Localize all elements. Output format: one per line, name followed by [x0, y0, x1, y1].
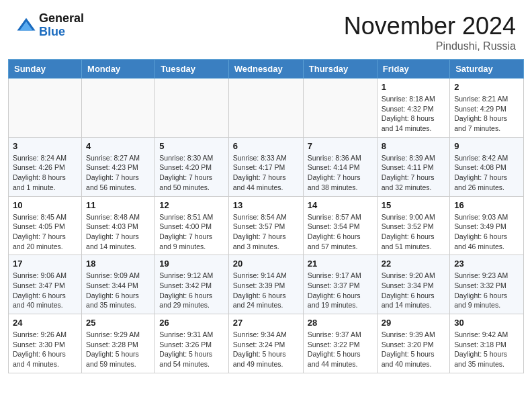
day-info: Sunrise: 8:51 AM Sunset: 4:00 PM Dayligh… — [159, 212, 224, 252]
calendar-cell — [155, 79, 228, 138]
calendar-cell: 8Sunrise: 8:39 AM Sunset: 4:11 PM Daylig… — [377, 137, 449, 196]
header-saturday: Saturday — [450, 60, 524, 79]
day-number: 30 — [454, 318, 519, 328]
logo-blue: Blue — [39, 26, 84, 39]
day-info: Sunrise: 9:17 AM Sunset: 3:37 PM Dayligh… — [308, 271, 373, 310]
calendar-cell — [228, 79, 303, 138]
logo: General Blue — [16, 12, 84, 39]
day-number: 13 — [233, 200, 299, 210]
calendar-cell: 30Sunrise: 9:42 AM Sunset: 3:18 PM Dayli… — [450, 314, 524, 373]
calendar-cell: 20Sunrise: 9:14 AM Sunset: 3:39 PM Dayli… — [228, 255, 303, 314]
header-thursday: Thursday — [303, 60, 377, 79]
month-title: November 2024 — [344, 12, 516, 40]
day-number: 4 — [86, 141, 150, 151]
day-info: Sunrise: 8:45 AM Sunset: 4:05 PM Dayligh… — [13, 212, 77, 252]
day-number: 19 — [159, 259, 224, 269]
calendar-cell: 9Sunrise: 8:42 AM Sunset: 4:08 PM Daylig… — [450, 137, 524, 196]
day-number: 9 — [454, 141, 519, 151]
day-info: Sunrise: 8:21 AM Sunset: 4:29 PM Dayligh… — [454, 94, 519, 134]
day-info: Sunrise: 9:29 AM Sunset: 3:28 PM Dayligh… — [86, 330, 150, 369]
day-info: Sunrise: 8:27 AM Sunset: 4:23 PM Dayligh… — [86, 153, 150, 193]
calendar-cell: 25Sunrise: 9:29 AM Sunset: 3:28 PM Dayli… — [82, 314, 155, 373]
calendar-week-2: 3Sunrise: 8:24 AM Sunset: 4:26 PM Daylig… — [9, 137, 524, 196]
day-info: Sunrise: 9:00 AM Sunset: 3:52 PM Dayligh… — [382, 212, 445, 252]
day-info: Sunrise: 9:42 AM Sunset: 3:18 PM Dayligh… — [454, 330, 519, 369]
logo-general: General — [39, 12, 84, 26]
day-info: Sunrise: 8:39 AM Sunset: 4:11 PM Dayligh… — [382, 153, 445, 193]
day-info: Sunrise: 8:30 AM Sunset: 4:20 PM Dayligh… — [159, 153, 224, 193]
calendar-cell: 15Sunrise: 9:00 AM Sunset: 3:52 PM Dayli… — [377, 196, 449, 255]
day-info: Sunrise: 9:06 AM Sunset: 3:47 PM Dayligh… — [13, 271, 77, 310]
day-info: Sunrise: 8:36 AM Sunset: 4:14 PM Dayligh… — [308, 153, 373, 193]
calendar-cell: 29Sunrise: 9:39 AM Sunset: 3:20 PM Dayli… — [377, 314, 449, 373]
day-info: Sunrise: 9:37 AM Sunset: 3:22 PM Dayligh… — [308, 330, 373, 369]
calendar-cell: 24Sunrise: 9:26 AM Sunset: 3:30 PM Dayli… — [9, 314, 82, 373]
day-number: 21 — [308, 259, 373, 269]
calendar-cell: 3Sunrise: 8:24 AM Sunset: 4:26 PM Daylig… — [9, 137, 82, 196]
day-number: 2 — [454, 82, 519, 92]
calendar-cell — [82, 79, 155, 138]
day-number: 17 — [13, 259, 77, 269]
day-number: 24 — [13, 318, 77, 328]
day-info: Sunrise: 9:12 AM Sunset: 3:42 PM Dayligh… — [159, 271, 224, 310]
calendar-week-5: 24Sunrise: 9:26 AM Sunset: 3:30 PM Dayli… — [9, 314, 524, 373]
location: Pindushi, Russia — [344, 40, 516, 52]
day-number: 23 — [454, 259, 519, 269]
calendar-cell — [303, 79, 377, 138]
day-info: Sunrise: 8:48 AM Sunset: 4:03 PM Dayligh… — [86, 212, 150, 252]
day-info: Sunrise: 9:14 AM Sunset: 3:39 PM Dayligh… — [233, 271, 299, 310]
day-number: 22 — [382, 259, 445, 269]
calendar-cell: 26Sunrise: 9:31 AM Sunset: 3:26 PM Dayli… — [155, 314, 228, 373]
day-number: 29 — [382, 318, 445, 328]
day-info: Sunrise: 9:23 AM Sunset: 3:32 PM Dayligh… — [454, 271, 519, 310]
day-info: Sunrise: 8:42 AM Sunset: 4:08 PM Dayligh… — [454, 153, 519, 193]
calendar-cell — [9, 79, 82, 138]
day-info: Sunrise: 8:54 AM Sunset: 3:57 PM Dayligh… — [233, 212, 299, 252]
calendar-cell: 28Sunrise: 9:37 AM Sunset: 3:22 PM Dayli… — [303, 314, 377, 373]
calendar-cell: 11Sunrise: 8:48 AM Sunset: 4:03 PM Dayli… — [82, 196, 155, 255]
day-number: 6 — [233, 141, 299, 151]
calendar-cell: 5Sunrise: 8:30 AM Sunset: 4:20 PM Daylig… — [155, 137, 228, 196]
logo-text: General Blue — [39, 12, 84, 39]
day-info: Sunrise: 9:34 AM Sunset: 3:24 PM Dayligh… — [233, 330, 299, 369]
day-number: 11 — [86, 200, 150, 210]
day-info: Sunrise: 9:03 AM Sunset: 3:49 PM Dayligh… — [454, 212, 519, 252]
calendar-cell: 14Sunrise: 8:57 AM Sunset: 3:54 PM Dayli… — [303, 196, 377, 255]
header-monday: Monday — [82, 60, 155, 79]
day-number: 7 — [308, 141, 373, 151]
calendar-cell: 16Sunrise: 9:03 AM Sunset: 3:49 PM Dayli… — [450, 196, 524, 255]
calendar-cell: 13Sunrise: 8:54 AM Sunset: 3:57 PM Dayli… — [228, 196, 303, 255]
day-number: 18 — [86, 259, 150, 269]
header-sunday: Sunday — [9, 60, 82, 79]
calendar-cell: 22Sunrise: 9:20 AM Sunset: 3:34 PM Dayli… — [377, 255, 449, 314]
day-number: 12 — [159, 200, 224, 210]
day-info: Sunrise: 9:39 AM Sunset: 3:20 PM Dayligh… — [382, 330, 445, 369]
day-number: 1 — [382, 82, 445, 92]
day-number: 10 — [13, 200, 77, 210]
calendar-week-4: 17Sunrise: 9:06 AM Sunset: 3:47 PM Dayli… — [9, 255, 524, 314]
header-tuesday: Tuesday — [155, 60, 228, 79]
calendar-cell: 18Sunrise: 9:09 AM Sunset: 3:44 PM Dayli… — [82, 255, 155, 314]
calendar-cell: 12Sunrise: 8:51 AM Sunset: 4:00 PM Dayli… — [155, 196, 228, 255]
calendar-cell: 10Sunrise: 8:45 AM Sunset: 4:05 PM Dayli… — [9, 196, 82, 255]
day-info: Sunrise: 8:57 AM Sunset: 3:54 PM Dayligh… — [308, 212, 373, 252]
calendar-cell: 19Sunrise: 9:12 AM Sunset: 3:42 PM Dayli… — [155, 255, 228, 314]
day-info: Sunrise: 9:20 AM Sunset: 3:34 PM Dayligh… — [382, 271, 445, 310]
day-number: 15 — [382, 200, 445, 210]
day-number: 26 — [159, 318, 224, 328]
calendar-cell: 1Sunrise: 8:18 AM Sunset: 4:32 PM Daylig… — [377, 79, 449, 138]
day-info: Sunrise: 9:09 AM Sunset: 3:44 PM Dayligh… — [86, 271, 150, 310]
day-number: 27 — [233, 318, 299, 328]
day-number: 25 — [86, 318, 150, 328]
day-number: 16 — [454, 200, 519, 210]
day-info: Sunrise: 9:31 AM Sunset: 3:26 PM Dayligh… — [159, 330, 224, 369]
calendar-table: Sunday Monday Tuesday Wednesday Thursday… — [8, 59, 524, 373]
header-friday: Friday — [377, 60, 449, 79]
day-info: Sunrise: 8:18 AM Sunset: 4:32 PM Dayligh… — [382, 94, 445, 134]
calendar-cell: 21Sunrise: 9:17 AM Sunset: 3:37 PM Dayli… — [303, 255, 377, 314]
day-info: Sunrise: 8:33 AM Sunset: 4:17 PM Dayligh… — [233, 153, 299, 193]
weekday-header-row: Sunday Monday Tuesday Wednesday Thursday… — [9, 60, 524, 79]
day-number: 8 — [382, 141, 445, 151]
day-info: Sunrise: 9:26 AM Sunset: 3:30 PM Dayligh… — [13, 330, 77, 369]
day-number: 5 — [159, 141, 224, 151]
